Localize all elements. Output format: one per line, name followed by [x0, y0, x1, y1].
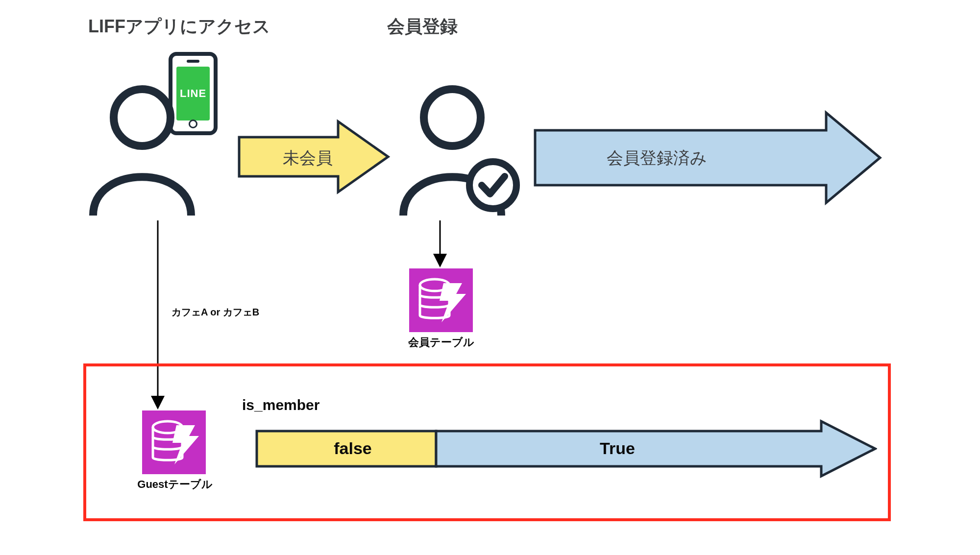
bar-false-label: false [314, 439, 392, 458]
svg-point-1 [424, 89, 481, 146]
guest-table-label: Guestテーブル [133, 477, 217, 492]
heading-register: 会員登録 [387, 15, 458, 39]
arrow-non-member-label: 未会員 [264, 147, 352, 169]
bar-true-label: True [578, 439, 657, 458]
user-icon [83, 83, 201, 220]
svg-marker-4 [433, 254, 447, 267]
arrow-down-member [430, 220, 450, 269]
is-member-field-label: is_member [242, 397, 319, 413]
guest-table-db-icon [142, 410, 206, 474]
member-table-db-icon [409, 268, 473, 332]
cafe-branch-label: カフェA or カフェB [172, 306, 259, 319]
phone-earpiece-icon [187, 60, 199, 63]
heading-access-liff: LIFFアプリにアクセス [88, 15, 270, 39]
member-table-label: 会員テーブル [397, 335, 485, 350]
svg-point-0 [114, 89, 171, 146]
user-verified-icon [396, 83, 523, 220]
arrow-registered-label: 会員登録済み [593, 147, 720, 169]
